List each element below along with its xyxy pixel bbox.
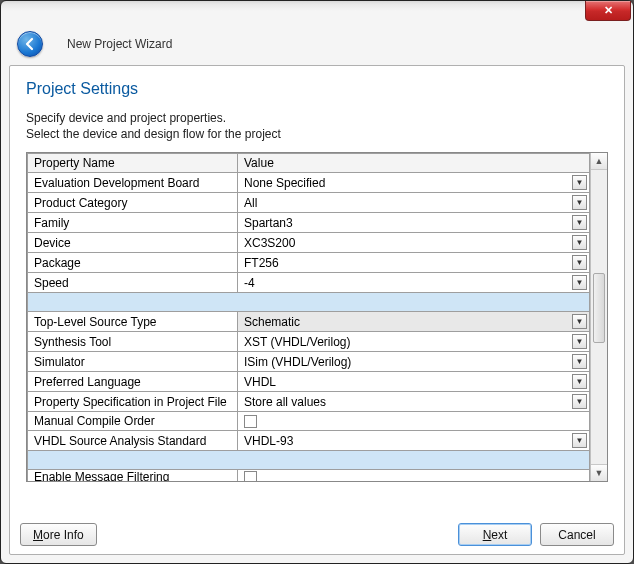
content-panel: Project Settings Specify device and proj… xyxy=(9,65,625,555)
scroll-down-button[interactable]: ▼ xyxy=(591,464,607,481)
page-title: Project Settings xyxy=(26,80,608,98)
property-grid-viewport: Property NameValueEvaluation Development… xyxy=(27,153,590,481)
wizard-window: ✕ New Project Wizard Project Settings Sp… xyxy=(0,0,634,564)
property-row: Property Specification in Project FileSt… xyxy=(28,392,590,412)
property-value: Store all values xyxy=(244,395,326,409)
cancel-button[interactable]: Cancel xyxy=(540,523,614,546)
dropdown-button[interactable]: ▼ xyxy=(572,314,587,329)
property-row: DeviceXC3S200▼ xyxy=(28,233,590,253)
property-name: Package xyxy=(28,253,238,273)
value-cell[interactable]: Schematic▼ xyxy=(238,312,590,332)
value-cell[interactable]: Store all values▼ xyxy=(238,392,590,412)
value-cell[interactable]: VHDL▼ xyxy=(238,372,590,392)
property-row: Synthesis ToolXST (VHDL/Verilog)▼ xyxy=(28,332,590,352)
dropdown-button[interactable]: ▼ xyxy=(572,195,587,210)
property-row: SimulatorISim (VHDL/Verilog)▼ xyxy=(28,352,590,372)
property-value: None Specified xyxy=(244,176,325,190)
grid-header-name: Property Name xyxy=(28,154,238,173)
property-name: Enable Message Filtering xyxy=(28,470,238,482)
property-name: Family xyxy=(28,213,238,233)
checkbox[interactable] xyxy=(244,415,257,428)
header-row: New Project Wizard xyxy=(1,29,633,59)
property-value: -4 xyxy=(244,276,255,290)
instructions: Specify device and project properties. S… xyxy=(26,110,608,142)
dropdown-button[interactable]: ▼ xyxy=(572,275,587,290)
more-info-button[interactable]: More Info xyxy=(20,523,97,546)
property-name: VHDL Source Analysis Standard xyxy=(28,431,238,451)
value-cell[interactable]: XC3S200▼ xyxy=(238,233,590,253)
property-row: Product CategoryAll▼ xyxy=(28,193,590,213)
value-cell[interactable]: All▼ xyxy=(238,193,590,213)
property-name: Device xyxy=(28,233,238,253)
next-button[interactable]: Next xyxy=(458,523,532,546)
dropdown-button[interactable]: ▼ xyxy=(572,334,587,349)
property-value: ISim (VHDL/Verilog) xyxy=(244,355,351,369)
property-row: Manual Compile Order xyxy=(28,412,590,431)
property-row: Top-Level Source TypeSchematic▼ xyxy=(28,312,590,332)
property-name: Preferred Language xyxy=(28,372,238,392)
value-cell[interactable]: -4▼ xyxy=(238,273,590,293)
property-value: All xyxy=(244,196,257,210)
property-name: Top-Level Source Type xyxy=(28,312,238,332)
property-row: Evaluation Development BoardNone Specifi… xyxy=(28,173,590,193)
property-name: Synthesis Tool xyxy=(28,332,238,352)
property-row: Enable Message Filtering xyxy=(28,470,590,482)
value-cell[interactable]: FT256▼ xyxy=(238,253,590,273)
dropdown-button[interactable]: ▼ xyxy=(572,354,587,369)
property-value: VHDL-93 xyxy=(244,434,293,448)
instruction-line: Specify device and project properties. xyxy=(26,110,608,126)
property-grid: Property NameValueEvaluation Development… xyxy=(26,152,608,482)
checkbox[interactable] xyxy=(244,471,257,482)
spacer-row xyxy=(28,293,590,312)
grid-header-row: Property NameValue xyxy=(28,154,590,173)
property-value: VHDL xyxy=(244,375,276,389)
close-button[interactable]: ✕ xyxy=(585,1,631,21)
vertical-scrollbar[interactable]: ▲ ▼ xyxy=(590,153,607,481)
property-row: Speed-4▼ xyxy=(28,273,590,293)
property-name: Speed xyxy=(28,273,238,293)
property-name: Simulator xyxy=(28,352,238,372)
titlebar: ✕ xyxy=(1,1,633,29)
property-row: VHDL Source Analysis StandardVHDL-93▼ xyxy=(28,431,590,451)
close-icon: ✕ xyxy=(604,4,613,17)
dropdown-button[interactable]: ▼ xyxy=(572,235,587,250)
value-cell[interactable]: None Specified▼ xyxy=(238,173,590,193)
property-value: XST (VHDL/Verilog) xyxy=(244,335,350,349)
dropdown-button[interactable]: ▼ xyxy=(572,374,587,389)
property-value: Spartan3 xyxy=(244,216,293,230)
dropdown-button[interactable]: ▼ xyxy=(572,175,587,190)
property-name: Manual Compile Order xyxy=(28,412,238,431)
value-cell[interactable]: VHDL-93▼ xyxy=(238,431,590,451)
dropdown-button[interactable]: ▼ xyxy=(572,433,587,448)
dropdown-button[interactable]: ▼ xyxy=(572,255,587,270)
grid-header-value: Value xyxy=(238,154,590,173)
property-name: Evaluation Development Board xyxy=(28,173,238,193)
value-cell[interactable]: Spartan3▼ xyxy=(238,213,590,233)
value-cell[interactable] xyxy=(238,412,590,431)
value-cell[interactable]: ISim (VHDL/Verilog)▼ xyxy=(238,352,590,372)
instruction-line: Select the device and design flow for th… xyxy=(26,126,608,142)
property-name: Product Category xyxy=(28,193,238,213)
property-value: XC3S200 xyxy=(244,236,295,250)
dropdown-button[interactable]: ▼ xyxy=(572,394,587,409)
back-arrow-icon xyxy=(23,37,37,51)
scroll-thumb[interactable] xyxy=(593,273,605,343)
scroll-up-button[interactable]: ▲ xyxy=(591,153,607,170)
property-row: PackageFT256▼ xyxy=(28,253,590,273)
property-row: FamilySpartan3▼ xyxy=(28,213,590,233)
spacer-row xyxy=(28,451,590,470)
property-value: FT256 xyxy=(244,256,279,270)
dropdown-button[interactable]: ▼ xyxy=(572,215,587,230)
back-button[interactable] xyxy=(17,31,43,57)
property-row: Preferred LanguageVHDL▼ xyxy=(28,372,590,392)
value-cell[interactable]: XST (VHDL/Verilog)▼ xyxy=(238,332,590,352)
property-value: Schematic xyxy=(244,315,300,329)
wizard-title: New Project Wizard xyxy=(67,37,172,51)
footer: More Info Next Cancel xyxy=(20,523,614,546)
property-name: Property Specification in Project File xyxy=(28,392,238,412)
value-cell[interactable] xyxy=(238,470,590,482)
